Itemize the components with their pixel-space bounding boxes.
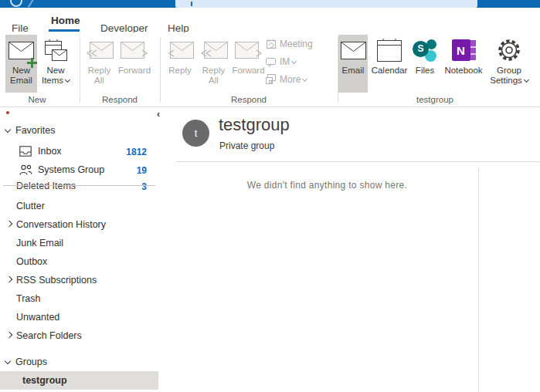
email-view-button[interactable]: Email <box>338 35 368 93</box>
tab-home[interactable]: Home <box>51 15 80 26</box>
reply-all-envelope-icon <box>86 35 114 66</box>
sidebar-item-conversation-history[interactable]: Conversation History <box>16 219 106 230</box>
outlook-window: File Home Developer Help New Email <box>0 0 540 392</box>
systems-group-unread-count: 19 <box>112 165 147 176</box>
notebook-label: Notebook <box>444 66 482 76</box>
meeting-label: Meeting <box>280 39 313 49</box>
testgroup-label: testgroup <box>22 375 67 386</box>
empty-state-message: We didn't find anything to show here. <box>176 180 478 191</box>
sidebar-item-inbox[interactable]: Inbox <box>38 146 62 157</box>
forward-envelope-icon <box>235 35 263 66</box>
ribbon-group-label-new: New <box>14 95 60 104</box>
sidebar-item-unwanted[interactable]: Unwanted <box>16 312 59 323</box>
group-separator <box>80 37 80 102</box>
files-label: Files <box>416 66 434 76</box>
chevron-right-icon[interactable] <box>6 332 12 338</box>
group-settings-label-line2: Settings <box>490 76 528 86</box>
new-items-label-line1: New <box>46 66 64 76</box>
people-icon <box>19 164 32 176</box>
email-label: Email <box>342 66 365 76</box>
avatar-letter: t <box>195 127 198 139</box>
active-tab-underline <box>49 29 80 32</box>
sidebar-item-systems-group[interactable]: Systems Group <box>38 164 104 175</box>
chevron-right-icon[interactable] <box>6 276 12 282</box>
new-items-button[interactable]: New Items <box>39 35 73 93</box>
new-email-label-line2: Email <box>10 76 32 86</box>
title-bar <box>0 0 540 8</box>
ribbon-group-label-respond: Respond <box>218 95 280 104</box>
group-avatar: t <box>182 120 209 147</box>
sidebar-item-outbox[interactable]: Outbox <box>16 256 47 267</box>
calendar-icon <box>376 35 402 66</box>
meeting-button: Meeting <box>266 39 313 49</box>
reply-all-small-button: Reply All <box>83 35 115 93</box>
ribbon-group-label-respond-small: Respond <box>89 95 151 104</box>
header-divider <box>176 161 540 162</box>
reply-all-label-line1: Reply <box>202 66 225 76</box>
sidebar-item-junk-email[interactable]: Junk Email <box>16 238 63 248</box>
chevron-down-icon <box>302 76 307 82</box>
reply-all-small-label-line1: Reply <box>88 66 110 76</box>
pen-icon <box>28 0 34 8</box>
list-pane-divider <box>478 168 479 392</box>
new-email-icon <box>8 35 34 66</box>
plus-icon <box>27 58 37 68</box>
sidebar-item-testgroup[interactable]: testgroup <box>0 371 158 390</box>
sidebar-item-trash[interactable]: Trash <box>16 293 41 304</box>
im-button: IM <box>266 56 296 67</box>
new-items-label-line2: Items <box>42 76 70 86</box>
forward-button: Forward <box>230 35 267 93</box>
group-settings-button[interactable]: Group Settings <box>487 35 531 93</box>
notebook-button[interactable]: N Notebook <box>441 35 486 93</box>
chevron-down-icon <box>524 77 529 83</box>
more-label: More <box>280 74 307 85</box>
reply-all-label-line2: All <box>209 76 219 86</box>
calendar-label: Calendar <box>372 66 408 76</box>
favorites-section-divider <box>3 185 155 186</box>
onenote-icon: N <box>452 35 476 66</box>
sidebar-item-search-folders[interactable]: Search Folders <box>16 330 82 341</box>
meeting-icon <box>266 39 277 49</box>
reply-label: Reply <box>168 66 191 76</box>
ribbon-tab-bar: File Home Developer Help <box>0 8 540 32</box>
groups-header[interactable]: Groups <box>15 357 47 367</box>
search-bar[interactable] <box>175 0 477 8</box>
search-icon <box>191 2 192 6</box>
files-button[interactable]: S Files <box>410 35 440 93</box>
reply-all-small-label-line2: All <box>94 76 104 86</box>
new-email-button[interactable]: New Email <box>5 35 37 93</box>
more-button: More <box>266 74 307 85</box>
calendar-view-button[interactable]: Calendar <box>370 35 409 93</box>
chevron-right-icon[interactable] <box>6 221 12 227</box>
chevron-down-icon[interactable] <box>5 127 11 133</box>
im-label: IM <box>280 56 296 67</box>
group-separator <box>160 37 161 102</box>
chevron-down-icon <box>291 59 297 64</box>
sync-error-dot <box>6 111 9 114</box>
collapse-pane-icon[interactable]: ‹ <box>157 109 160 120</box>
deleted-items-count: 3 <box>112 181 147 192</box>
sharepoint-icon: S <box>413 35 437 66</box>
chevron-down-icon <box>65 77 70 83</box>
sidebar-item-clutter[interactable]: Clutter <box>16 201 45 211</box>
reply-button: Reply <box>164 35 196 93</box>
new-items-icon <box>44 35 67 66</box>
favorites-header[interactable]: Favorites <box>15 125 55 136</box>
forward-envelope-icon <box>121 35 148 66</box>
gear-icon <box>497 35 521 66</box>
group-title: testgroup <box>219 115 290 135</box>
reply-all-envelope-icon <box>200 35 228 66</box>
ribbon: New Email New Items <box>0 32 540 107</box>
sidebar-item-deleted-items[interactable]: Deleted Items <box>16 181 76 191</box>
reply-all-button: Reply All <box>197 35 230 93</box>
email-icon <box>341 35 366 66</box>
send-receive-icon <box>10 0 22 7</box>
forward-small-button: Forward <box>117 35 152 93</box>
group-privacy-label: Private group <box>219 140 274 151</box>
more-icon <box>266 74 277 85</box>
sidebar-item-rss-subscriptions[interactable]: RSS Subscriptions <box>16 275 97 286</box>
inbox-unread-count: 1812 <box>112 147 147 157</box>
group-settings-label-line1: Group <box>497 66 521 76</box>
im-icon <box>266 57 277 67</box>
chevron-down-icon[interactable] <box>5 358 11 364</box>
